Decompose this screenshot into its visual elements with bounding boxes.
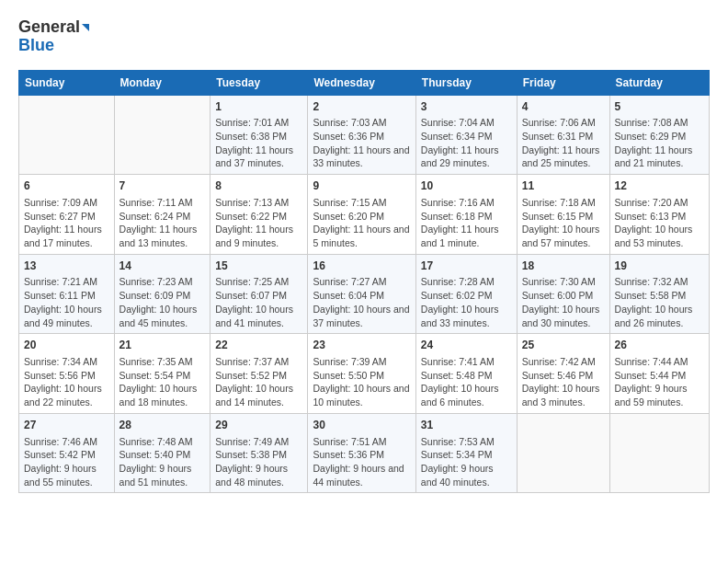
day-info: Sunrise: 7:51 AM Sunset: 5:36 PM Dayligh…: [313, 435, 410, 489]
day-number: 4: [522, 99, 605, 115]
calendar-cell: 15Sunrise: 7:25 AM Sunset: 6:07 PM Dayli…: [210, 254, 308, 334]
day-info: Sunrise: 7:32 AM Sunset: 5:58 PM Dayligh…: [615, 275, 704, 329]
day-info: Sunrise: 7:13 AM Sunset: 6:22 PM Dayligh…: [215, 196, 302, 250]
day-number: 3: [421, 99, 512, 115]
calendar-week-row: 27Sunrise: 7:46 AM Sunset: 5:42 PM Dayli…: [19, 413, 710, 493]
day-info: Sunrise: 7:35 AM Sunset: 5:54 PM Dayligh…: [119, 355, 206, 409]
calendar-cell: 29Sunrise: 7:49 AM Sunset: 5:38 PM Dayli…: [210, 413, 308, 493]
calendar-cell: 1Sunrise: 7:01 AM Sunset: 6:38 PM Daylig…: [210, 95, 308, 175]
weekday-header: Tuesday: [210, 70, 308, 95]
calendar-cell: 28Sunrise: 7:48 AM Sunset: 5:40 PM Dayli…: [114, 413, 210, 493]
day-info: Sunrise: 7:44 AM Sunset: 5:44 PM Dayligh…: [615, 355, 704, 409]
logo-general: General: [18, 18, 89, 37]
calendar-cell: [114, 95, 210, 175]
day-number: 27: [24, 418, 109, 433]
day-number: 9: [313, 178, 410, 194]
day-info: Sunrise: 7:27 AM Sunset: 6:04 PM Dayligh…: [313, 275, 410, 329]
day-info: Sunrise: 7:42 AM Sunset: 5:46 PM Dayligh…: [522, 355, 605, 409]
day-info: Sunrise: 7:30 AM Sunset: 6:00 PM Dayligh…: [522, 275, 605, 329]
calendar-cell: 12Sunrise: 7:20 AM Sunset: 6:13 PM Dayli…: [609, 175, 709, 255]
day-info: Sunrise: 7:25 AM Sunset: 6:07 PM Dayligh…: [215, 275, 302, 329]
calendar-cell: 13Sunrise: 7:21 AM Sunset: 6:11 PM Dayli…: [19, 254, 115, 334]
day-info: Sunrise: 7:41 AM Sunset: 5:48 PM Dayligh…: [421, 355, 512, 409]
calendar-cell: 25Sunrise: 7:42 AM Sunset: 5:46 PM Dayli…: [517, 334, 609, 414]
day-info: Sunrise: 7:28 AM Sunset: 6:02 PM Dayligh…: [421, 275, 512, 329]
calendar-week-row: 13Sunrise: 7:21 AM Sunset: 6:11 PM Dayli…: [19, 254, 710, 334]
calendar-cell: 11Sunrise: 7:18 AM Sunset: 6:15 PM Dayli…: [517, 175, 609, 255]
logo: General Blue: [18, 18, 89, 55]
day-number: 30: [313, 418, 410, 433]
day-number: 21: [119, 338, 206, 353]
weekday-header: Thursday: [415, 70, 517, 95]
day-number: 26: [615, 338, 704, 353]
calendar-cell: 6Sunrise: 7:09 AM Sunset: 6:27 PM Daylig…: [19, 175, 115, 255]
calendar-cell: 9Sunrise: 7:15 AM Sunset: 6:20 PM Daylig…: [308, 175, 415, 255]
calendar-week-row: 1Sunrise: 7:01 AM Sunset: 6:38 PM Daylig…: [19, 95, 710, 175]
calendar-cell: 4Sunrise: 7:06 AM Sunset: 6:31 PM Daylig…: [517, 95, 609, 175]
day-number: 25: [522, 338, 605, 353]
weekday-header: Sunday: [19, 70, 115, 95]
weekday-header: Friday: [517, 70, 609, 95]
day-info: Sunrise: 7:49 AM Sunset: 5:38 PM Dayligh…: [215, 435, 302, 489]
calendar-cell: 20Sunrise: 7:34 AM Sunset: 5:56 PM Dayli…: [19, 334, 115, 414]
calendar-week-row: 20Sunrise: 7:34 AM Sunset: 5:56 PM Dayli…: [19, 334, 710, 414]
day-number: 28: [119, 418, 206, 433]
day-number: 15: [215, 259, 302, 274]
day-number: 7: [119, 178, 206, 194]
calendar-cell: 14Sunrise: 7:23 AM Sunset: 6:09 PM Dayli…: [114, 254, 210, 334]
day-info: Sunrise: 7:08 AM Sunset: 6:29 PM Dayligh…: [615, 116, 704, 170]
day-number: 31: [421, 418, 512, 433]
day-number: 6: [24, 178, 109, 194]
calendar-cell: 5Sunrise: 7:08 AM Sunset: 6:29 PM Daylig…: [609, 95, 709, 175]
day-info: Sunrise: 7:11 AM Sunset: 6:24 PM Dayligh…: [119, 196, 206, 250]
calendar-header-row: SundayMondayTuesdayWednesdayThursdayFrid…: [19, 70, 710, 95]
calendar-cell: 19Sunrise: 7:32 AM Sunset: 5:58 PM Dayli…: [609, 254, 709, 334]
day-number: 14: [119, 259, 206, 274]
day-info: Sunrise: 7:23 AM Sunset: 6:09 PM Dayligh…: [119, 275, 206, 329]
day-number: 1: [215, 99, 302, 115]
day-info: Sunrise: 7:18 AM Sunset: 6:15 PM Dayligh…: [522, 196, 605, 250]
page-header: General Blue: [18, 18, 710, 55]
calendar-cell: 17Sunrise: 7:28 AM Sunset: 6:02 PM Dayli…: [415, 254, 517, 334]
calendar-cell: [609, 413, 709, 493]
day-info: Sunrise: 7:01 AM Sunset: 6:38 PM Dayligh…: [215, 116, 302, 170]
day-info: Sunrise: 7:37 AM Sunset: 5:52 PM Dayligh…: [215, 355, 302, 409]
day-number: 12: [615, 178, 704, 194]
day-info: Sunrise: 7:21 AM Sunset: 6:11 PM Dayligh…: [24, 275, 109, 329]
day-number: 29: [215, 418, 302, 433]
day-info: Sunrise: 7:15 AM Sunset: 6:20 PM Dayligh…: [313, 196, 410, 250]
weekday-header: Wednesday: [308, 70, 415, 95]
day-number: 22: [215, 338, 302, 353]
day-info: Sunrise: 7:06 AM Sunset: 6:31 PM Dayligh…: [522, 116, 605, 170]
calendar-cell: [517, 413, 609, 493]
day-number: 10: [421, 178, 512, 194]
calendar-cell: 16Sunrise: 7:27 AM Sunset: 6:04 PM Dayli…: [308, 254, 415, 334]
day-number: 24: [421, 338, 512, 353]
calendar-cell: 3Sunrise: 7:04 AM Sunset: 6:34 PM Daylig…: [415, 95, 517, 175]
day-info: Sunrise: 7:48 AM Sunset: 5:40 PM Dayligh…: [119, 435, 206, 489]
calendar-cell: 10Sunrise: 7:16 AM Sunset: 6:18 PM Dayli…: [415, 175, 517, 255]
calendar-cell: 2Sunrise: 7:03 AM Sunset: 6:36 PM Daylig…: [308, 95, 415, 175]
calendar-cell: 7Sunrise: 7:11 AM Sunset: 6:24 PM Daylig…: [114, 175, 210, 255]
day-info: Sunrise: 7:16 AM Sunset: 6:18 PM Dayligh…: [421, 196, 512, 250]
day-info: Sunrise: 7:09 AM Sunset: 6:27 PM Dayligh…: [24, 196, 109, 250]
day-info: Sunrise: 7:39 AM Sunset: 5:50 PM Dayligh…: [313, 355, 410, 409]
calendar-cell: 23Sunrise: 7:39 AM Sunset: 5:50 PM Dayli…: [308, 334, 415, 414]
day-info: Sunrise: 7:04 AM Sunset: 6:34 PM Dayligh…: [421, 116, 512, 170]
day-info: Sunrise: 7:20 AM Sunset: 6:13 PM Dayligh…: [615, 196, 704, 250]
day-number: 16: [313, 259, 410, 274]
day-number: 5: [615, 99, 704, 115]
calendar-cell: 18Sunrise: 7:30 AM Sunset: 6:00 PM Dayli…: [517, 254, 609, 334]
calendar-cell: 24Sunrise: 7:41 AM Sunset: 5:48 PM Dayli…: [415, 334, 517, 414]
day-info: Sunrise: 7:46 AM Sunset: 5:42 PM Dayligh…: [24, 435, 109, 489]
day-number: 8: [215, 178, 302, 194]
calendar-table: SundayMondayTuesdayWednesdayThursdayFrid…: [18, 70, 710, 494]
day-info: Sunrise: 7:53 AM Sunset: 5:34 PM Dayligh…: [421, 435, 512, 489]
calendar-cell: 21Sunrise: 7:35 AM Sunset: 5:54 PM Dayli…: [114, 334, 210, 414]
calendar-cell: [19, 95, 115, 175]
calendar-cell: 26Sunrise: 7:44 AM Sunset: 5:44 PM Dayli…: [609, 334, 709, 414]
day-number: 18: [522, 259, 605, 274]
day-info: Sunrise: 7:03 AM Sunset: 6:36 PM Dayligh…: [313, 116, 410, 170]
day-number: 13: [24, 259, 109, 274]
calendar-cell: 27Sunrise: 7:46 AM Sunset: 5:42 PM Dayli…: [19, 413, 115, 493]
